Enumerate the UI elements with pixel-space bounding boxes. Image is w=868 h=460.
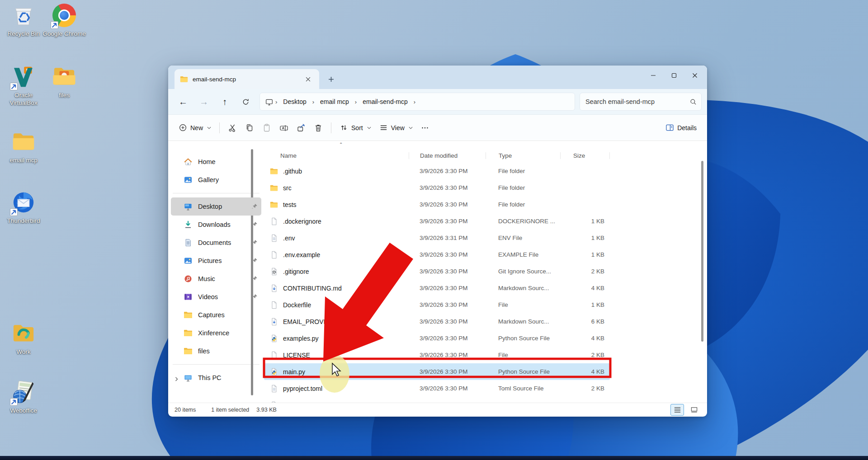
file-list-scrollbar[interactable] xyxy=(701,161,703,342)
share-button[interactable] xyxy=(292,120,310,136)
desktop-icon-weboffice[interactable]: Weboffice xyxy=(2,380,45,415)
file-type: Markdown Sourc... xyxy=(486,285,560,291)
column-header-date[interactable]: Date modified xyxy=(409,152,486,159)
pin-icon xyxy=(251,239,258,246)
up-button[interactable]: ↑ xyxy=(215,94,234,110)
this-pc-icon xyxy=(265,98,273,106)
forward-button[interactable]: → xyxy=(194,94,213,110)
column-headers: ⌃ Name Date modified Type Size xyxy=(264,141,707,163)
delete-button[interactable] xyxy=(310,120,327,136)
back-button[interactable]: ← xyxy=(174,94,193,110)
weboffice-icon xyxy=(11,380,36,405)
more-options-button[interactable] xyxy=(417,120,433,136)
rename-button[interactable] xyxy=(275,120,292,136)
search-icon xyxy=(690,99,697,105)
file-row[interactable]: .github3/9/2026 3:30 PMFile folder xyxy=(264,163,610,179)
explorer-main: HomeGalleryDesktopDownloadsDocumentsPict… xyxy=(168,141,707,403)
view-button[interactable]: View xyxy=(375,120,417,136)
sidebar-item-xinference[interactable]: Xinference xyxy=(171,324,261,342)
sidebar-item-label: Captures xyxy=(198,311,225,319)
sidebar-item-this-pc[interactable]: This PC xyxy=(171,369,261,387)
column-header-name[interactable]: Name xyxy=(264,152,409,159)
desktop-icon-files[interactable]: files xyxy=(42,64,86,99)
new-button[interactable]: New xyxy=(175,120,215,136)
desktop-icon-chrome[interactable]: Google Chrome xyxy=(42,3,86,38)
cut-button[interactable] xyxy=(224,120,241,136)
file-row[interactable]: LICENSE3/9/2026 3:30 PMFile2 KB xyxy=(264,347,610,363)
file-row[interactable]: pyproject.toml3/9/2026 3:30 PMToml Sourc… xyxy=(264,380,610,397)
file-row[interactable]: .env3/9/2026 3:31 PMENV File1 KB xyxy=(264,230,610,246)
file-type: ENV File xyxy=(486,235,560,241)
sidebar-item-files[interactable]: files xyxy=(171,342,261,360)
file-row[interactable]: Dockerfile3/9/2026 3:30 PMFile1 KB xyxy=(264,296,610,313)
breadcrumb-chevron-icon: › xyxy=(353,99,359,105)
thumbnail-view-toggle[interactable] xyxy=(687,404,701,416)
tab-close-icon[interactable] xyxy=(302,73,314,85)
close-button[interactable] xyxy=(684,66,705,84)
search-input[interactable] xyxy=(585,98,670,106)
sidebar-item-gallery[interactable]: Gallery xyxy=(171,171,261,189)
recycle-bin-icon xyxy=(11,3,36,28)
sidebar-item-videos[interactable]: Videos xyxy=(171,288,261,306)
copy-button[interactable] xyxy=(241,120,258,136)
pictures-icon xyxy=(184,256,193,265)
new-tab-button[interactable] xyxy=(323,71,339,87)
file-row[interactable]: .dockerignore3/9/2026 3:30 PMDOCKERIGNOR… xyxy=(264,213,610,230)
sidebar-item-pictures[interactable]: Pictures xyxy=(171,252,261,270)
search-box[interactable] xyxy=(580,93,702,111)
file-row[interactable]: examples.py3/9/2026 3:30 PMPython Source… xyxy=(264,330,610,347)
desktop-icon-work[interactable]: Work xyxy=(2,321,45,356)
desktop-icon-label: email mcp xyxy=(9,157,38,164)
desktop-icon-thunderbird[interactable]: Thunderbird xyxy=(2,190,45,225)
desktop-icon-email-mcp[interactable]: email mcp xyxy=(2,129,45,164)
details-pane-button[interactable]: Details xyxy=(661,120,701,136)
maximize-button[interactable] xyxy=(664,66,684,84)
file-type: Markdown Sourc... xyxy=(486,318,560,325)
item-count: 20 items xyxy=(175,407,196,413)
status-bar: 20 items 1 item selected 3.93 KB xyxy=(168,403,707,417)
toolbar-divider xyxy=(331,122,331,133)
sidebar-item-desktop[interactable]: Desktop xyxy=(171,197,261,216)
file-name: .dockerignore xyxy=(283,218,321,225)
file-name: src xyxy=(283,184,292,192)
desktop-icon-label: Recycle Bin xyxy=(7,30,39,38)
folder-file-icon xyxy=(270,167,278,175)
sidebar-item-captures[interactable]: Captures xyxy=(171,306,261,324)
desktop-icon-virtualbox[interactable]: Oracle VirtualBox xyxy=(2,64,45,107)
refresh-button[interactable] xyxy=(236,94,255,110)
file-row[interactable]: src3/9/2026 3:30 PMFile folder xyxy=(264,179,610,196)
breadcrumb-chevron-icon: › xyxy=(310,99,316,105)
explorer-tab[interactable]: email-send-mcp xyxy=(175,69,319,89)
breadcrumb-segment[interactable]: email-send-mcp xyxy=(359,97,411,107)
details-view-toggle[interactable] xyxy=(670,404,684,416)
sidebar-item-documents[interactable]: Documents xyxy=(171,234,261,252)
paste-button[interactable] xyxy=(258,120,275,136)
files-icon xyxy=(52,64,77,89)
file-row[interactable]: CONTRIBUTING.md3/9/2026 3:30 PMMarkdown … xyxy=(264,280,610,296)
breadcrumb-segment[interactable]: email mcp xyxy=(316,97,353,107)
file-row[interactable]: tests3/9/2026 3:30 PMFile folder xyxy=(264,196,610,213)
file-row[interactable]: QUICKSTART.md3/9/2026 3:30 PMMarkdown So… xyxy=(264,397,610,403)
file-type: DOCKERIGNORE ... xyxy=(486,218,560,225)
sidebar-item-home[interactable]: Home xyxy=(171,153,261,171)
minimize-button[interactable] xyxy=(643,66,664,84)
file-type: Toml Source File xyxy=(486,385,560,392)
md-file-icon xyxy=(270,284,278,292)
file-row[interactable]: .env.example3/9/2026 3:30 PMEXAMPLE File… xyxy=(264,246,610,263)
sidebar-item-downloads[interactable]: Downloads xyxy=(171,216,261,234)
breadcrumb-segment[interactable]: Desktop xyxy=(279,97,310,107)
sidebar-item-label: Desktop xyxy=(198,203,222,210)
sidebar-item-music[interactable]: Music xyxy=(171,270,261,288)
file-size: 5 KB xyxy=(560,402,610,403)
file-row[interactable]: .gitignore3/9/2026 3:30 PMGit Ignore Sou… xyxy=(264,263,610,280)
chevron-right-icon[interactable] xyxy=(175,376,179,383)
column-header-size[interactable]: Size xyxy=(560,152,610,159)
breadcrumb[interactable]: ›Desktop›email mcp›email-send-mcp› xyxy=(259,93,575,111)
tab-title: email-send-mcp xyxy=(193,76,236,83)
file-row[interactable]: EMAIL_PROVID3/9/2026 3:30 PMMarkdown Sou… xyxy=(264,313,610,330)
column-header-type[interactable]: Type xyxy=(486,152,560,159)
desktop-icon-recycle-bin[interactable]: Recycle Bin xyxy=(2,3,45,38)
file-row[interactable]: main.py3/9/2026 3:30 PMPython Source Fil… xyxy=(264,363,610,380)
file-name: .env.example xyxy=(283,251,320,258)
sort-button[interactable]: Sort xyxy=(335,120,375,136)
